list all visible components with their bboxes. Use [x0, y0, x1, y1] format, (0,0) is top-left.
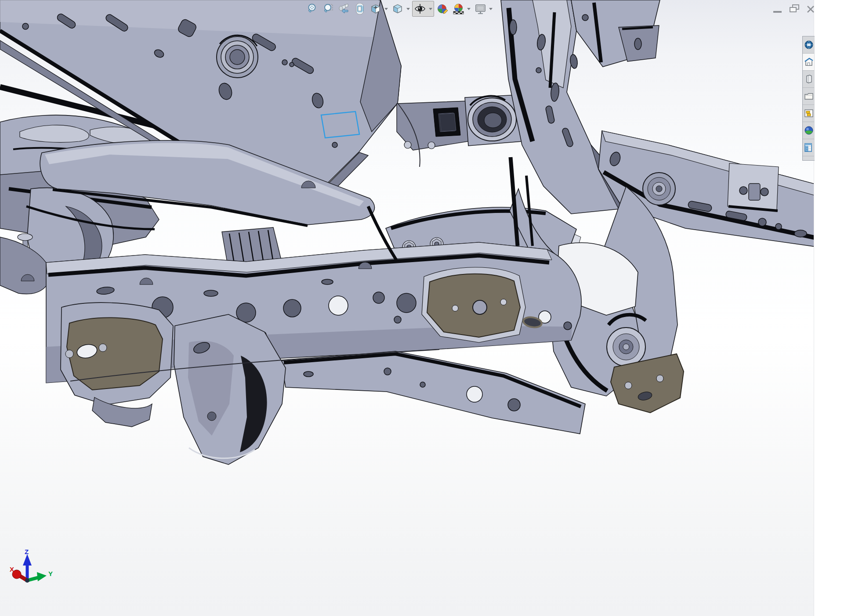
view-settings-dropdown[interactable]	[489, 8, 493, 10]
chassis-frame-model[interactable]	[0, 0, 855, 616]
cad-viewport[interactable]: Z X Y	[0, 0, 855, 616]
tab-file-explorer[interactable]	[803, 88, 814, 105]
tab-solidworks-resources[interactable]	[803, 36, 814, 54]
apply-scene-dropdown[interactable]	[467, 8, 471, 10]
orientation-triad	[12, 554, 47, 583]
hide-show-items-icon	[414, 3, 426, 15]
previous-view-icon	[338, 3, 350, 14]
resources-globe-icon	[804, 40, 814, 50]
tab-custom-properties[interactable]	[803, 139, 814, 156]
edit-appearance-icon	[437, 3, 449, 15]
tab-design-library[interactable]	[803, 54, 814, 71]
display-style-dropdown[interactable]	[406, 8, 410, 10]
triad-z-label: Z	[25, 548, 29, 555]
display-style-icon	[392, 3, 403, 14]
rail-boss-right	[643, 173, 675, 205]
triad-x-label: X	[10, 566, 14, 573]
appearances-scenes-icon	[804, 126, 814, 135]
left-mount-bracket[interactable]	[61, 303, 173, 427]
hide-show-items-dropdown[interactable]	[429, 8, 432, 10]
previous-view-button[interactable]	[337, 1, 351, 16]
minimize-button[interactable]: Minimize	[773, 11, 782, 13]
frame-rail-top-right[interactable]	[571, 0, 660, 67]
view-settings-button[interactable]	[473, 1, 488, 16]
design-library-home-icon	[804, 57, 814, 67]
zoom-to-area-icon	[322, 3, 334, 14]
apply-scene-button[interactable]	[451, 1, 466, 16]
display-style-button[interactable]	[390, 1, 405, 16]
window-controls[interactable]: Minimize Restore Down Close	[769, 0, 817, 19]
view-palette-icon	[804, 108, 814, 118]
file-explorer-folder-icon	[804, 91, 814, 101]
view-orientation-button[interactable]	[368, 1, 383, 16]
tab-view-palette[interactable]	[803, 105, 814, 122]
view-orientation-icon	[370, 3, 381, 14]
view-settings-icon	[475, 3, 486, 15]
apply-scene-icon	[453, 3, 464, 15]
section-view-button[interactable]	[352, 1, 367, 16]
zoom-to-fit-button[interactable]	[305, 1, 320, 16]
crossmember-tube[interactable]	[397, 101, 474, 150]
hide-show-items-button[interactable]	[413, 1, 428, 16]
custom-properties-icon	[804, 143, 814, 152]
view-orientation-dropdown[interactable]	[384, 8, 388, 10]
triad-y-label: Y	[48, 570, 53, 577]
tab-appearances-scenes[interactable]	[803, 122, 814, 139]
library-book-icon	[804, 74, 814, 84]
section-view-icon	[354, 3, 366, 14]
task-pane-panel	[814, 0, 855, 616]
zoom-to-area-button[interactable]	[321, 1, 336, 16]
restore-button[interactable]: Restore Down	[790, 5, 799, 12]
close-button[interactable]: Close	[808, 6, 814, 12]
checkerboard	[453, 11, 464, 14]
zoom-to-fit-icon	[307, 3, 318, 14]
task-pane-tab-strip[interactable]	[802, 36, 815, 161]
tab-library[interactable]	[803, 71, 814, 88]
hide-show-items-group[interactable]	[412, 1, 434, 17]
heads-up-view-toolbar[interactable]	[305, 1, 494, 17]
edit-appearance-button[interactable]	[435, 1, 450, 16]
